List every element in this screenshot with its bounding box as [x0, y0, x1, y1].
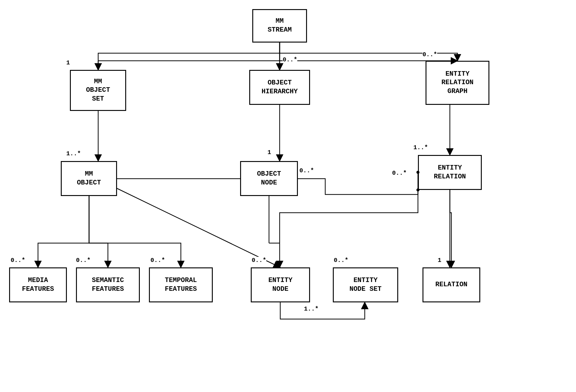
box-temporal-features: TEMPORALFEATURES — [149, 267, 213, 302]
svg-line-13 — [117, 188, 280, 267]
box-entity-node: ENTITYNODE — [251, 267, 310, 302]
mult-0star-obj-node-right: 0..* — [299, 167, 314, 174]
mult-0star-entity-node-set: 0..* — [334, 257, 348, 264]
box-entity-relation: ENTITYRELATION — [418, 155, 482, 190]
box-semantic-features: SEMANTICFEATURES — [76, 267, 140, 302]
mult-1-relation: 1 — [438, 257, 441, 264]
box-relation: RELATION — [423, 267, 480, 302]
box-mm-object-set: MMOBJECTSET — [70, 70, 126, 111]
mult-0star-semantic: 0..* — [76, 257, 91, 264]
box-object-hierarchy: OBJECTHIERARCHY — [249, 70, 310, 105]
mult-0star-right: 0..* — [423, 51, 437, 58]
mult-1star-bottom: 1..* — [304, 305, 319, 312]
mult-1-obj-hier: 1 — [267, 149, 271, 156]
box-mm-stream: MMSTREAM — [252, 9, 307, 43]
box-entity-node-set: ENTITYNODE SET — [333, 267, 398, 302]
mult-1star-ent-rel: 1..* — [413, 144, 428, 151]
mult-0star-ent-rel-left: 0..* — [392, 170, 407, 177]
mult-0star-entity-node: 0..* — [252, 257, 266, 264]
box-mm-object: MMOBJECT — [61, 161, 117, 196]
mult-0star-media: 0..* — [11, 257, 25, 264]
box-object-node: OBJECTNODE — [240, 161, 298, 196]
mult-0star-center: 0..* — [283, 56, 297, 63]
mult-1star-obj-set: 1..* — [66, 150, 81, 157]
box-entity-relation-graph: ENTITYRELATIONGRAPH — [426, 61, 489, 105]
mult-1-left: 1 — [66, 59, 70, 66]
box-media-features: MEDIAFEATURES — [9, 267, 67, 302]
uml-diagram: MMSTREAM MMOBJECTSET OBJECTHIERARCHY ENT… — [0, 0, 576, 392]
mult-0star-temporal: 0..* — [150, 257, 165, 264]
